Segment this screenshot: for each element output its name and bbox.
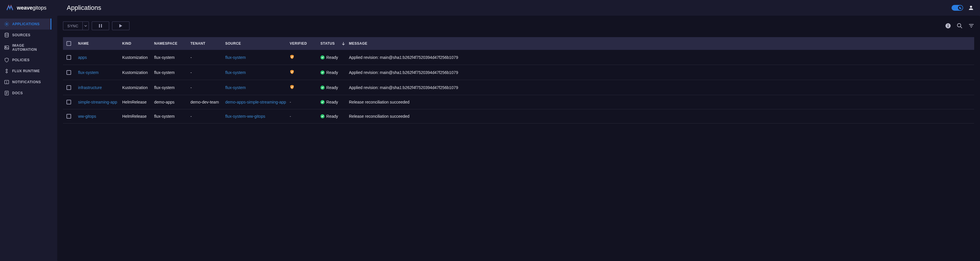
col-header-source[interactable]: SOURCE [225, 41, 290, 46]
docs-icon [4, 90, 9, 96]
verified-shield-icon [290, 70, 294, 74]
verified-dash: - [290, 100, 291, 104]
sidebar-item-label: NOTIFICATIONS [12, 80, 41, 84]
play-button[interactable] [112, 21, 129, 30]
check-circle-icon [320, 55, 325, 59]
chevron-down-icon [84, 25, 87, 27]
col-header-name[interactable]: NAME [78, 41, 122, 46]
gear-icon [4, 21, 9, 27]
cell-namespace: flux-system [154, 55, 191, 60]
arrow-down-icon [342, 42, 345, 45]
app-name-link[interactable]: ww-gitops [78, 114, 96, 119]
source-link[interactable]: flux-system [225, 55, 246, 60]
svg-rect-3 [5, 46, 9, 49]
col-header-namespace[interactable]: NAMESPACE [154, 41, 191, 46]
cell-namespace: flux-system [154, 70, 191, 75]
search-icon[interactable] [957, 23, 963, 29]
sync-button[interactable]: SYNC [63, 21, 83, 30]
check-circle-icon [320, 100, 325, 104]
cell-message: Release reconciliation succeeded [349, 114, 971, 119]
cell-tenant: - [191, 85, 225, 90]
row-checkbox[interactable] [67, 114, 71, 119]
cell-status: Ready [320, 85, 349, 90]
user-icon[interactable] [968, 5, 974, 11]
sync-dropdown-button[interactable] [83, 21, 89, 30]
col-header-verified[interactable]: VERIFIED [290, 41, 320, 46]
sidebar-item-image-automation[interactable]: IMAGE AUTOMATION [0, 41, 51, 55]
app-name-link[interactable]: flux-system [78, 70, 99, 75]
table-header: NAME KIND NAMESPACE TENANT SOURCE VERIFI… [63, 37, 974, 50]
sync-button-group: SYNC [63, 21, 89, 30]
table-row: apps Kustomization flux-system - flux-sy… [63, 50, 974, 65]
app-name-link[interactable]: simple-streaming-app [78, 100, 117, 104]
page-title: Applications [67, 4, 101, 12]
top-header: weavegitops Applications [0, 0, 980, 16]
logo-text: weavegitops [17, 5, 46, 11]
toolbar: SYNC [63, 21, 974, 30]
pause-button[interactable] [92, 21, 109, 30]
cell-tenant: - [191, 114, 225, 119]
sidebar-item-label: FLUX RUNTIME [12, 69, 40, 73]
status-text: Ready [326, 55, 338, 60]
col-header-status[interactable]: STATUS [320, 41, 349, 46]
row-checkbox[interactable] [67, 70, 71, 75]
cell-verified [290, 55, 320, 60]
info-icon[interactable] [945, 23, 951, 29]
check-circle-icon [320, 70, 325, 74]
svg-point-17 [957, 24, 961, 27]
row-checkbox[interactable] [67, 100, 71, 104]
sidebar-item-applications[interactable]: APPLICATIONS [0, 19, 51, 30]
cell-kind: HelmRelease [122, 114, 154, 119]
sidebar-item-flux-runtime[interactable]: FLUX RUNTIME [0, 66, 51, 77]
sidebar-item-label: IMAGE AUTOMATION [12, 43, 47, 52]
select-all-checkbox[interactable] [67, 41, 71, 46]
svg-line-18 [961, 27, 962, 28]
logo[interactable]: weavegitops [6, 4, 58, 12]
row-checkbox[interactable] [67, 55, 71, 60]
cell-message: Release reconciliation succeeded [349, 100, 971, 104]
row-checkbox[interactable] [67, 85, 71, 90]
weave-logo-icon [6, 4, 14, 12]
cell-verified [290, 85, 320, 90]
shield-icon [4, 57, 9, 63]
sidebar-item-label: APPLICATIONS [12, 22, 40, 26]
cell-status: Ready [320, 55, 349, 60]
sidebar: APPLICATIONS SOURCES IMAGE AUTOMATION PO… [0, 16, 51, 261]
col-header-kind[interactable]: KIND [122, 41, 154, 46]
table-row: ww-gitops HelmRelease flux-system - flux… [63, 109, 974, 123]
app-name-link[interactable]: apps [78, 55, 87, 60]
cell-verified [290, 70, 320, 75]
sidebar-item-policies[interactable]: POLICIES [0, 55, 51, 66]
verified-shield-icon [290, 55, 294, 59]
svg-point-0 [970, 6, 972, 8]
header-right [951, 5, 974, 11]
cell-namespace: flux-system [154, 85, 191, 90]
svg-rect-16 [948, 25, 948, 27]
sidebar-item-docs[interactable]: DOCS [0, 88, 51, 99]
notification-icon [4, 79, 9, 85]
app-name-link[interactable]: infrastructure [78, 85, 102, 90]
cell-kind: Kustomization [122, 85, 154, 90]
verified-dash: - [290, 114, 291, 119]
moon-icon [958, 6, 963, 10]
svg-rect-13 [101, 24, 102, 28]
source-link[interactable]: demo-apps-simple-streaming-app [225, 100, 286, 104]
col-header-message[interactable]: MESSAGE [349, 41, 971, 46]
cell-verified: - [290, 100, 320, 104]
database-icon [4, 32, 9, 38]
dark-mode-toggle[interactable] [951, 5, 963, 11]
check-circle-icon [320, 114, 325, 118]
flux-icon [4, 68, 9, 74]
col-header-tenant[interactable]: TENANT [191, 41, 225, 46]
sidebar-item-sources[interactable]: SOURCES [0, 30, 51, 41]
main-content: SYNC NAME KIND NAMESPACE [57, 16, 980, 261]
status-text: Ready [326, 100, 338, 104]
source-link[interactable]: flux-system [225, 70, 246, 75]
svg-point-2 [5, 33, 8, 35]
sidebar-item-notifications[interactable]: NOTIFICATIONS [0, 77, 51, 88]
table-row: infrastructure Kustomization flux-system… [63, 80, 974, 95]
filter-icon[interactable] [968, 23, 974, 29]
source-link[interactable]: flux-system-ww-gitops [225, 114, 265, 119]
source-link[interactable]: flux-system [225, 85, 246, 90]
svg-point-1 [6, 24, 8, 25]
